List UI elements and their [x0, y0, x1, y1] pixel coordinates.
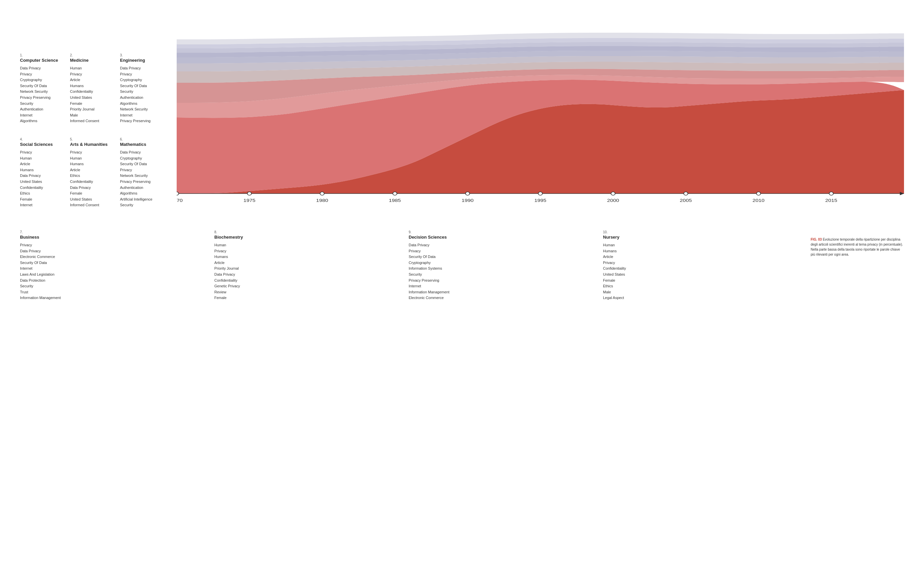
svg-text:2015: 2015: [825, 198, 837, 203]
col-items-7: PrivacyData PrivacyElectronic CommerceSe…: [20, 242, 208, 301]
list-item: Informed Consent: [70, 202, 113, 208]
list-item: Article: [70, 77, 113, 83]
col-title-5: Arts & Humanities: [70, 142, 113, 147]
list-item: Internet: [20, 202, 63, 208]
list-item: United States: [603, 272, 790, 278]
page: 1.Computer ScienceData PrivacyPrivacyCry…: [0, 0, 924, 315]
list-item: Privacy Preserving: [120, 179, 164, 185]
list-item: Authentication: [20, 107, 63, 113]
svg-text:1980: 1980: [316, 198, 328, 203]
list-item: Data Privacy: [20, 65, 63, 71]
top-keywords-section: 1.Computer ScienceData PrivacyPrivacyCry…: [20, 14, 170, 124]
list-item: Privacy: [70, 71, 113, 77]
list-item: Network Security: [120, 173, 164, 179]
list-item: United States: [20, 179, 63, 185]
list-item: Priority Journal: [214, 266, 402, 272]
list-item: Confidentiality: [70, 89, 113, 95]
list-item: Female: [214, 295, 402, 301]
keyword-column-3: 3.EngineeringData PrivacyPrivacyCryptogr…: [120, 53, 170, 124]
col-items-9: Data PrivacyPrivacySecurity Of DataCrypt…: [409, 242, 596, 301]
list-item: Security Of Data: [120, 83, 164, 89]
svg-text:1975: 1975: [243, 198, 255, 203]
list-item: United States: [70, 95, 113, 101]
list-item: Algorithms: [120, 191, 164, 197]
list-item: Internet: [120, 113, 164, 119]
list-item: Ethics: [603, 283, 790, 289]
chart-container: 1970 1975 1980 1985 1990 1995 2000 2005 …: [177, 23, 904, 210]
svg-text:2000: 2000: [607, 198, 619, 203]
list-item: Female: [70, 191, 113, 197]
svg-point-5: [320, 192, 324, 195]
list-item: Human: [603, 242, 790, 248]
top-section: 1.Computer ScienceData PrivacyPrivacyCry…: [20, 14, 904, 210]
list-item: Humans: [70, 83, 113, 89]
col-title-1: Computer Science: [20, 58, 63, 63]
left-panel: 1.Computer ScienceData PrivacyPrivacyCry…: [20, 14, 170, 210]
list-item: Data Privacy: [214, 272, 402, 278]
col-title-6: Mathematics: [120, 142, 164, 147]
list-item: Security: [20, 101, 63, 107]
svg-point-7: [466, 192, 470, 195]
list-item: Ethics: [20, 191, 63, 197]
list-item: Male: [603, 289, 790, 295]
list-item: Article: [70, 167, 113, 173]
list-item: Humans: [603, 248, 790, 254]
svg-point-10: [684, 192, 688, 195]
list-item: Security: [120, 89, 164, 95]
list-item: Algorithms: [20, 118, 63, 124]
list-item: Security: [409, 272, 596, 278]
list-item: Security Of Data: [120, 161, 164, 167]
list-item: Humans: [214, 254, 402, 260]
list-item: Human: [214, 242, 402, 248]
list-item: Privacy: [214, 248, 402, 254]
list-item: Information Management: [20, 295, 208, 301]
list-item: Article: [214, 260, 402, 266]
list-item: Privacy: [120, 167, 164, 173]
svg-point-9: [611, 192, 615, 195]
keyword-column-8: 8.BiochemestryHumanPrivacyHumansArticleP…: [214, 230, 409, 301]
keyword-column-6: 6.MathematicsData PrivacyCryptographySec…: [120, 137, 170, 208]
keyword-column-4: 4.Social SciencesPrivacyHumanArticleHuma…: [20, 137, 70, 208]
col-num-7: 7.: [20, 230, 208, 234]
list-item: Female: [20, 197, 63, 203]
list-item: Privacy: [409, 248, 596, 254]
list-item: Humans: [20, 167, 63, 173]
col-title-7: Business: [20, 235, 208, 239]
list-item: Male: [70, 113, 113, 119]
list-item: Article: [603, 254, 790, 260]
list-item: Laws And Legislation: [20, 272, 208, 278]
col-num-6: 6.: [120, 137, 164, 141]
bottom-keyword-columns: 7.BusinessPrivacyData PrivacyElectronic …: [20, 230, 797, 301]
list-item: Data Privacy: [20, 248, 208, 254]
svg-text:2010: 2010: [753, 198, 765, 203]
list-item: Review: [214, 289, 402, 295]
col-items-2: HumanPrivacyArticleHumansConfidentiality…: [70, 65, 113, 124]
list-item: Ethics: [70, 173, 113, 179]
list-item: Algorithms: [120, 101, 164, 107]
list-item: Electronic Commerce: [409, 295, 596, 301]
list-item: Network Security: [20, 89, 63, 95]
list-item: Cryptography: [120, 155, 164, 161]
svg-point-8: [538, 192, 542, 195]
keyword-column-10: 10.NurseryHumanHumansArticlePrivacyConfi…: [603, 230, 797, 301]
svg-point-6: [393, 192, 397, 195]
list-item: Cryptography: [409, 260, 596, 266]
col-items-6: Data PrivacyCryptographySecurity Of Data…: [120, 149, 164, 208]
streamgraph-svg: 1970 1975 1980 1985 1990 1995 2000 2005 …: [177, 23, 904, 210]
list-item: Genetic Privacy: [214, 283, 402, 289]
list-item: Privacy: [20, 149, 63, 155]
figure-caption: FIG. 03 Evoluzione temporale della ripar…: [797, 237, 904, 257]
list-item: Confidentiality: [214, 278, 402, 284]
chart-legend: NurseryDecision SciencesBiochemestryBusi…: [908, 23, 924, 210]
list-item: Security Of Data: [20, 83, 63, 89]
list-item: Authentication: [120, 95, 164, 101]
col-items-5: PrivacyHumanHumansArticleEthicsConfident…: [70, 149, 113, 208]
col-items-8: HumanPrivacyHumansArticlePriority Journa…: [214, 242, 402, 301]
svg-text:1995: 1995: [534, 198, 546, 203]
list-item: Artificial Intelligence: [120, 197, 164, 203]
list-item: Privacy Preserving: [20, 95, 63, 101]
list-item: Internet: [409, 283, 596, 289]
list-item: United States: [70, 197, 113, 203]
list-item: Data Privacy: [20, 173, 63, 179]
keyword-column-7: 7.BusinessPrivacyData PrivacyElectronic …: [20, 230, 214, 301]
